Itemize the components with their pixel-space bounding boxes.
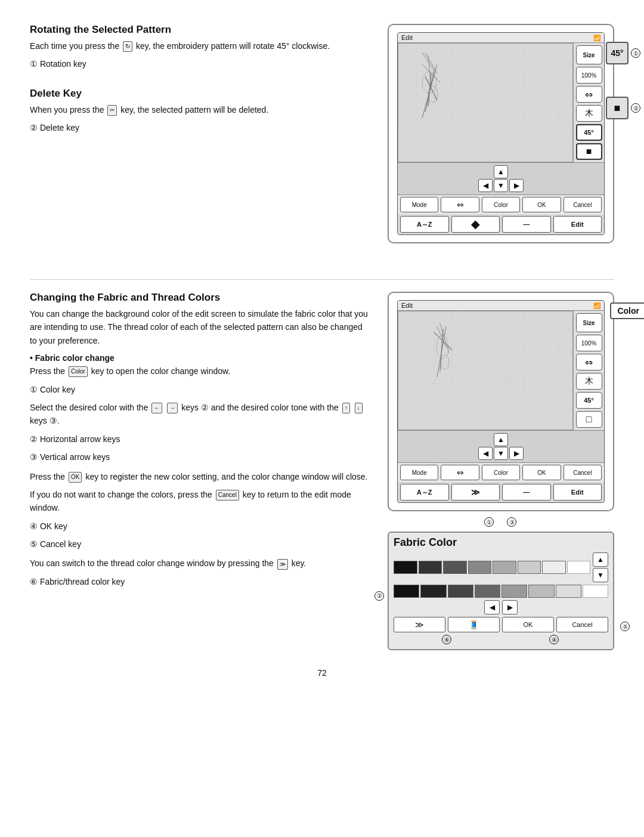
swatch-12[interactable] bbox=[501, 585, 527, 598]
right-swatch-arrow[interactable]: ▶ bbox=[502, 600, 518, 614]
swatch-10[interactable] bbox=[448, 585, 473, 598]
mode-btn-1[interactable]: Mode bbox=[400, 197, 438, 212]
right-arrow[interactable]: ▶ bbox=[509, 179, 524, 192]
up-swatch-arrow[interactable]: ▲ bbox=[593, 552, 608, 567]
grid-svg-2 bbox=[398, 311, 577, 401]
thread-btn-icon[interactable]: 🧵 bbox=[448, 617, 500, 632]
annot2-fab: ② bbox=[374, 591, 385, 601]
thread-key-icon: ≫ bbox=[277, 559, 288, 570]
left-arrow-2[interactable]: ◀ bbox=[478, 447, 493, 460]
swatch-7[interactable] bbox=[567, 561, 591, 574]
diamond-btn-1: ◆ bbox=[451, 216, 500, 233]
swatch-4[interactable] bbox=[493, 561, 516, 574]
left-arrow[interactable]: ◀ bbox=[478, 179, 493, 192]
swatch-0[interactable] bbox=[394, 561, 417, 574]
left-column-top: Rotating the Selected Pattern Each time … bbox=[30, 24, 370, 243]
svg-line-13 bbox=[440, 323, 449, 353]
svg-line-3 bbox=[428, 55, 431, 88]
screen1-main bbox=[398, 43, 573, 162]
right-arrow-2[interactable]: ▶ bbox=[509, 447, 524, 460]
az-btn-2[interactable]: A～Z bbox=[400, 484, 449, 501]
top-section: Rotating the Selected Pattern Each time … bbox=[30, 24, 614, 243]
delete-section: Delete Key When you press the ✂ key, the… bbox=[30, 88, 370, 135]
delete-label: ② Delete key bbox=[30, 121, 370, 134]
edit-btn-1[interactable]: Edit bbox=[553, 216, 602, 233]
screen2-topbar: Edit 📶 bbox=[398, 301, 604, 311]
sidebar-delete-1[interactable]: ■ bbox=[576, 143, 602, 160]
v-arrows-right: ▲ ▼ bbox=[593, 552, 608, 582]
screen2-bottom-bar: Mode ⇔ Color OK Cancel bbox=[398, 462, 604, 482]
size-btn-1[interactable]: Size bbox=[576, 45, 602, 64]
swatch-9[interactable] bbox=[420, 585, 446, 598]
percent-btn-2[interactable]: 100% bbox=[576, 335, 602, 351]
fabric-cancel-btn[interactable]: Cancel bbox=[556, 617, 608, 632]
down-arrow[interactable]: ▼ bbox=[494, 179, 508, 192]
svg-line-2 bbox=[425, 52, 437, 73]
edit-btn-2[interactable]: Edit bbox=[553, 484, 602, 501]
svg-line-15 bbox=[440, 329, 443, 371]
cancel-btn-2[interactable]: Cancel bbox=[564, 465, 602, 480]
screen1-sidebar: Size 100% ⇔ 木 45° ■ bbox=[573, 43, 604, 162]
left-swatch-arrow[interactable]: ◀ bbox=[484, 600, 500, 614]
nav-arrows-1: ▲ ◀ ▼ ▶ bbox=[478, 165, 524, 192]
screen1-bottom-row2: A～Z ◆ — Edit bbox=[398, 214, 604, 234]
swatch-14[interactable] bbox=[556, 585, 581, 598]
down-swatch-arrow[interactable]: ▼ bbox=[593, 568, 608, 582]
ok-btn-2[interactable]: OK bbox=[522, 465, 561, 480]
color-btn-2[interactable]: Color bbox=[482, 465, 520, 480]
annot-circle-screen2-3: ③ bbox=[507, 517, 516, 527]
nc-text1: If you do not want to change the colors,… bbox=[30, 490, 212, 499]
swatch-2[interactable] bbox=[443, 561, 467, 574]
changing-title: Changing the Fabric and Thread Colors bbox=[30, 292, 370, 304]
swatch-11[interactable] bbox=[475, 585, 500, 598]
fabric-color-title: Fabric Color bbox=[394, 536, 608, 549]
annot-row-below-screen2: ① ③ bbox=[388, 517, 614, 527]
swatch-row-1: ▲ ▼ bbox=[394, 552, 608, 582]
svg-point-17 bbox=[436, 335, 448, 359]
screen1-bottom-bar: Mode ⇔ Color OK Cancel bbox=[398, 194, 604, 214]
h-arrows-row: ◀ ▶ bbox=[394, 600, 608, 614]
down-arrow-2[interactable]: ▼ bbox=[494, 447, 508, 460]
percent-btn-1[interactable]: 100% bbox=[576, 67, 602, 84]
thread-btn-2: ≫ bbox=[451, 484, 500, 501]
switch-text: You can switch to the thread color chang… bbox=[30, 557, 370, 570]
rotating-body1: Each time you press the bbox=[30, 41, 119, 51]
arrow-row-mid: ◀ ▼ ▶ bbox=[478, 179, 524, 192]
swatch-3[interactable] bbox=[468, 561, 492, 574]
screen2-edit-label: Edit bbox=[401, 302, 413, 309]
fabric-ok-btn[interactable]: OK bbox=[502, 617, 554, 632]
color-btn-1[interactable]: Color bbox=[482, 197, 520, 212]
up-arrow-2[interactable]: ▲ bbox=[494, 433, 508, 446]
az-btn-1[interactable]: A～Z bbox=[400, 216, 449, 233]
changing-intro: You can change the background color of t… bbox=[30, 307, 370, 347]
svg-point-18 bbox=[441, 355, 449, 369]
swatch-8[interactable] bbox=[394, 585, 419, 598]
size-btn-2[interactable]: Size bbox=[576, 313, 602, 332]
delete-title: Delete Key bbox=[30, 88, 370, 100]
swatch-15[interactable] bbox=[583, 585, 608, 598]
cancel-btn-1[interactable]: Cancel bbox=[564, 197, 602, 212]
screen1-content: Size 100% ⇔ 木 45° ■ bbox=[398, 43, 604, 162]
up-arrow[interactable]: ▲ bbox=[494, 165, 508, 178]
sidebar-rot45-2[interactable]: 45° bbox=[576, 392, 602, 409]
svg-point-10 bbox=[428, 86, 438, 103]
cancel-key-label: ⑤ Cancel key bbox=[30, 538, 370, 551]
bottom-section: Changing the Fabric and Thread Colors Yo… bbox=[30, 292, 614, 650]
screen2-signal-icon: 📶 bbox=[593, 302, 600, 309]
keys3: keys ③. bbox=[30, 416, 60, 425]
bottom-annots: ⑥ ④ bbox=[394, 635, 608, 644]
thread-icon-btn[interactable]: ≫ bbox=[394, 617, 445, 632]
ok-btn-1[interactable]: OK bbox=[522, 197, 561, 212]
swatch-13[interactable] bbox=[528, 585, 554, 598]
delete-body: When you press the ✂ key, the selected p… bbox=[30, 103, 370, 116]
nav-arrows-2: ▲ ◀ ▼ ▶ bbox=[478, 433, 524, 460]
swatch-5[interactable] bbox=[518, 561, 541, 574]
no-change-text: If you do not want to change the colors,… bbox=[30, 488, 370, 515]
swatch-6[interactable] bbox=[542, 561, 566, 574]
svg-line-1 bbox=[422, 52, 434, 70]
sidebar-rot45-1[interactable]: 45° bbox=[576, 124, 602, 141]
swatch-1[interactable] bbox=[419, 561, 442, 574]
svg-line-5 bbox=[425, 76, 437, 100]
mode-btn-2[interactable]: Mode bbox=[400, 465, 438, 480]
color-key-icon: Color bbox=[69, 366, 88, 377]
